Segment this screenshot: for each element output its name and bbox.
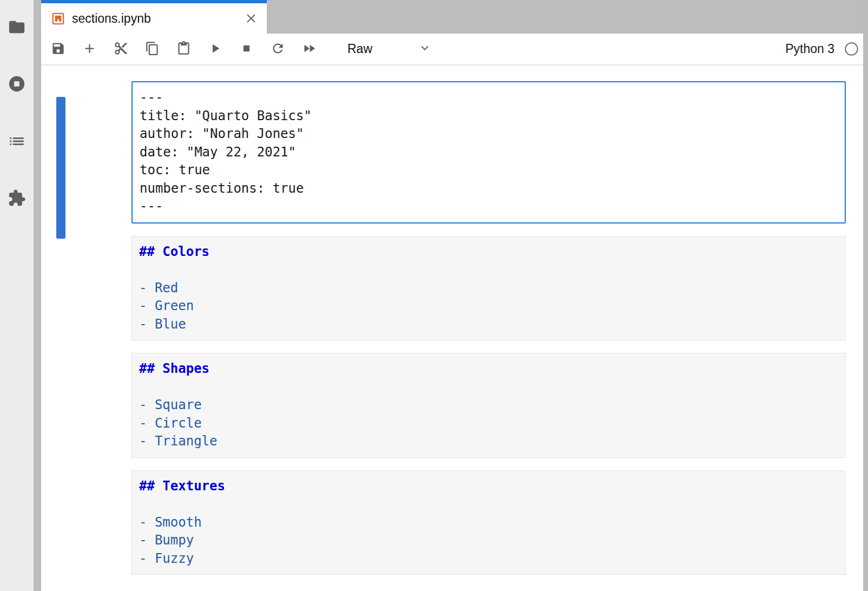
- markdown-list-item: - Smooth: [139, 514, 839, 532]
- stop-circle-icon: [8, 75, 26, 95]
- save-button[interactable]: [42, 37, 74, 62]
- tab-sections-ipynb[interactable]: sections.ipynb: [41, 0, 267, 34]
- save-icon: [51, 41, 65, 57]
- insert-cell-button[interactable]: [74, 37, 105, 62]
- sidebar-item-extensions[interactable]: [8, 190, 26, 208]
- code-line: number-sections: true: [140, 180, 838, 198]
- plus-icon: [82, 41, 97, 57]
- markdown-heading: ## Shapes: [139, 360, 839, 378]
- notebook-toolbar: Raw Python 3: [41, 34, 863, 65]
- notebook-icon: [51, 11, 65, 26]
- puzzle-icon: [8, 189, 26, 209]
- code-line: author: "Norah Jones": [140, 125, 838, 143]
- kernel-idle-circle-icon[interactable]: [844, 42, 859, 56]
- kernel-area: Python 3: [785, 42, 859, 56]
- markdown-list-item: - Blue: [139, 316, 839, 334]
- right-border-strip: [863, 0, 868, 591]
- restart-icon: [271, 41, 285, 57]
- play-icon: [208, 41, 222, 57]
- tab-bar: sections.ipynb: [41, 0, 863, 34]
- markdown-list-item: - Triangle: [139, 432, 839, 451]
- notebook-panel: --- title: "Quarto Basics" author: "Nora…: [41, 81, 863, 591]
- markdown-list-item: - Red: [139, 279, 839, 298]
- run-cell-button[interactable]: [199, 37, 231, 62]
- cut-cell-button[interactable]: [105, 37, 136, 62]
- markdown-cell-colors[interactable]: ## Colors - Red - Green - Blue: [131, 236, 846, 341]
- blank-line: [139, 378, 839, 397]
- kernel-name[interactable]: Python 3: [785, 42, 834, 56]
- close-icon[interactable]: [243, 10, 259, 27]
- interrupt-kernel-button[interactable]: [231, 37, 262, 62]
- cell-collapser[interactable]: [56, 97, 65, 239]
- cell-type-value: Raw: [347, 42, 372, 56]
- tab-title: sections.ipynb: [72, 11, 243, 26]
- markdown-list-item: - Fuzzy: [139, 550, 839, 568]
- copy-icon: [145, 41, 160, 57]
- markdown-cell-shapes[interactable]: ## Shapes - Square - Circle - Triangle: [131, 353, 846, 458]
- sidebar-item-file-browser[interactable]: [8, 19, 26, 37]
- markdown-heading: ## Colors: [139, 243, 839, 261]
- code-line: toc: true: [140, 161, 838, 180]
- fast-forward-icon: [302, 41, 317, 57]
- list-icon: [8, 132, 26, 153]
- scissors-icon: [114, 41, 128, 57]
- markdown-list-item: - Square: [139, 396, 839, 415]
- sidebar-divider: [34, 0, 41, 591]
- cell-type-dropdown[interactable]: Raw: [347, 41, 431, 57]
- restart-run-all-button[interactable]: [293, 37, 325, 62]
- paste-cell-button[interactable]: [168, 37, 199, 62]
- stop-icon: [239, 41, 254, 57]
- folder-icon: [8, 18, 26, 38]
- restart-kernel-button[interactable]: [262, 37, 293, 62]
- markdown-list-item: - Circle: [139, 415, 839, 433]
- markdown-list-item: - Green: [139, 297, 839, 316]
- jupyterlab-window: sections.ipynb: [0, 0, 868, 591]
- sidebar-item-table-of-contents[interactable]: [8, 133, 26, 152]
- code-line: ---: [140, 89, 838, 107]
- blank-line: [139, 261, 839, 279]
- code-line: title: "Quarto Basics": [140, 107, 838, 126]
- markdown-list-item: - Bumpy: [139, 531, 839, 550]
- clipboard-icon: [176, 41, 191, 57]
- copy-cell-button[interactable]: [136, 37, 168, 62]
- chevron-down-icon: [418, 41, 431, 57]
- sidebar-item-running-kernels[interactable]: [8, 76, 26, 94]
- markdown-heading: ## Textures: [139, 477, 839, 496]
- blank-line: [139, 495, 839, 514]
- code-line: ---: [140, 198, 838, 216]
- main-area: sections.ipynb: [41, 0, 863, 591]
- markdown-cell-textures[interactable]: ## Textures - Smooth - Bumpy - Fuzzy: [131, 470, 846, 575]
- activity-bar: [0, 0, 34, 591]
- code-line: date: "May 22, 2021": [140, 143, 838, 162]
- raw-cell-frontmatter[interactable]: --- title: "Quarto Basics" author: "Nora…: [131, 81, 846, 224]
